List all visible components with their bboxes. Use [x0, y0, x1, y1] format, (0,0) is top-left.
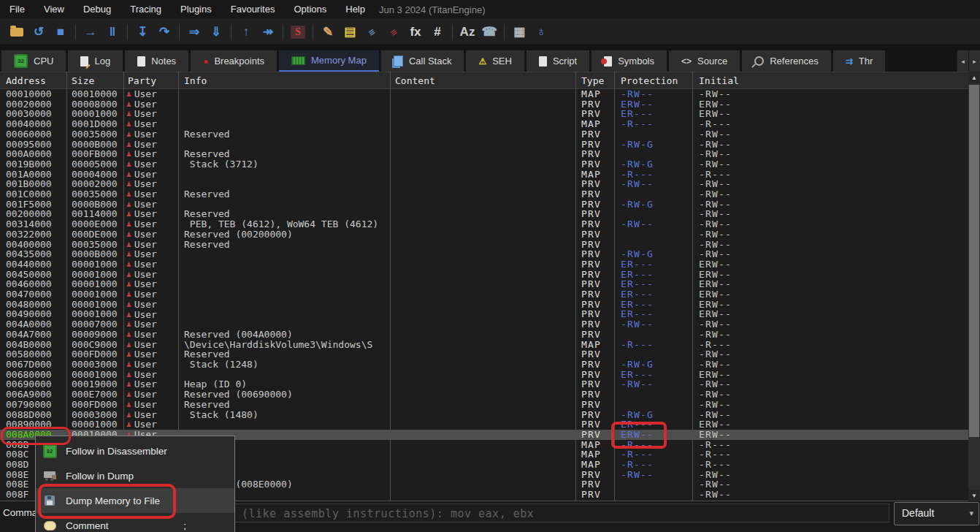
- tab-thr[interactable]: ⇉Thr: [833, 50, 886, 72]
- menu-item-comment[interactable]: Comment;: [36, 513, 234, 532]
- table-row[interactable]: 0006000000035000♟UserReservedPRV-RW--: [0, 129, 968, 140]
- tab-references[interactable]: References: [742, 50, 830, 72]
- menu-item-plugins[interactable]: Plugins: [171, 0, 221, 19]
- table-row[interactable]: 00322000000DE000♟UserReserved (00200000)…: [0, 229, 968, 240]
- tab-symbols[interactable]: Symbols: [592, 50, 667, 72]
- table-row[interactable]: 004A000000007000♟UserPRV-RW---RW--: [0, 319, 968, 330]
- tab-memory-map[interactable]: Memory Map: [279, 50, 379, 72]
- table-row[interactable]: 000950000000B000♟UserPRV-RW-G-RW--: [0, 140, 968, 150]
- column-header-initial[interactable]: Initial: [692, 75, 968, 86]
- cell-protection: -R---: [614, 449, 692, 460]
- table-row[interactable]: 001C000000035000♟UserReservedPRV-RW--: [0, 189, 968, 200]
- menu-item-help[interactable]: Help: [336, 0, 375, 19]
- tab-cpu[interactable]: 32CPU: [1, 50, 66, 72]
- column-header-party[interactable]: Party: [123, 75, 178, 86]
- menu-item-follow-in-dump[interactable]: Follow in Dump: [36, 463, 234, 488]
- menu-item-file[interactable]: File: [0, 0, 34, 19]
- toolbar-step-over-icon[interactable]: ↷: [153, 22, 175, 42]
- menu-item-view[interactable]: View: [34, 0, 74, 19]
- table-row[interactable]: 003140000000E000♟User PEB, TEB (4612), W…: [0, 219, 968, 229]
- profile-dropdown[interactable]: Default ▾: [894, 502, 979, 525]
- table-row[interactable]: 001B000000002000♟UserPRV-RW---RW--: [0, 179, 968, 189]
- tab-script[interactable]: Script: [527, 50, 589, 72]
- table-row[interactable]: 0045000000001000♟UserPRVER---ERW--: [0, 270, 968, 280]
- toolbar-globe-icon[interactable]: ♁: [530, 22, 552, 42]
- table-row[interactable]: 0067D00000003000♟User Stack (1248)PRV-RW…: [0, 360, 968, 370]
- table-row[interactable]: 00790000000FD000♟UserReservedPRV-RW--: [0, 400, 968, 410]
- table-row[interactable]: 001A000000004000♟UserMAP-R----R---: [0, 170, 968, 180]
- toolbar-stop-icon[interactable]: ■: [50, 22, 72, 42]
- tab-seh[interactable]: ⚠SEH: [466, 50, 524, 72]
- toolbar-calculator-icon[interactable]: ▦: [508, 22, 530, 42]
- column-header-content[interactable]: Content: [390, 75, 575, 86]
- scroll-down-icon[interactable]: ▼: [968, 490, 980, 501]
- toolbar-restart-icon[interactable]: ↺: [28, 22, 50, 42]
- toolbar-hash-icon[interactable]: #: [426, 22, 448, 42]
- column-header-type[interactable]: Type: [575, 75, 614, 86]
- table-row[interactable]: 006A9000000E7000♟UserReserved (00690000)…: [0, 390, 968, 400]
- column-header-address[interactable]: Address: [0, 75, 66, 86]
- table-row[interactable]: 0001000000010000♟UserMAP-RW---RW--: [0, 89, 968, 99]
- table-row[interactable]: 0047000000001000♟UserPRVER---ERW--: [0, 289, 968, 300]
- scrollbar-thumb[interactable]: [969, 85, 979, 437]
- toolbar-comment-icon[interactable]: ▤: [339, 22, 361, 42]
- table-row[interactable]: 0049000000001000♟UserPRVER---ERW--: [0, 309, 968, 319]
- table-row[interactable]: 0019B00000005000♟User Stack (3712)PRV-RW…: [0, 159, 968, 170]
- toolbar-step-into-icon[interactable]: ↧: [131, 22, 153, 42]
- table-row[interactable]: 004350000000B000♟UserPRV-RW-G-RW--: [0, 249, 968, 259]
- column-header-info[interactable]: Info: [178, 75, 390, 86]
- toolbar-run-to-user-code-icon[interactable]: ↠: [257, 22, 279, 42]
- tab-log[interactable]: Log: [68, 50, 123, 72]
- cell-content: [390, 219, 575, 229]
- table-row[interactable]: 004B0000000C9000♟User\Device\HarddiskVol…: [0, 340, 968, 350]
- toolbar-separator: [283, 24, 283, 40]
- table-row[interactable]: 0089000000001000♟UserPRVER---ERW--: [0, 419, 968, 430]
- tab-breakpoints[interactable]: ●Breakpoints: [191, 50, 277, 72]
- table-row[interactable]: 00580000000FD000♟UserReservedPRV-RW--: [0, 349, 968, 360]
- tab-notes[interactable]: Notes: [125, 50, 188, 72]
- toolbar-label-icon[interactable]: ≡: [361, 22, 383, 42]
- table-row[interactable]: 0046000000001000♟UserPRVER---ERW--: [0, 279, 968, 289]
- table-row[interactable]: 0068000000001000♟UserPRVER---ERW--: [0, 370, 968, 380]
- menu-item-debug[interactable]: Debug: [74, 0, 120, 19]
- menu-item-options[interactable]: Options: [284, 0, 336, 19]
- toolbar-pause-icon[interactable]: ‖: [102, 22, 123, 42]
- vertical-scrollbar[interactable]: ▲ ▼: [968, 72, 980, 501]
- memory-map-header-row[interactable]: AddressSizePartyInfoContentTypeProtectio…: [0, 72, 968, 89]
- table-row[interactable]: 0040000000035000♟UserReservedPRV-RW--: [0, 240, 968, 250]
- tab-scroll-left-icon[interactable]: ◂: [957, 50, 968, 72]
- table-row[interactable]: 0003000000001000♟UserPRVER---ERW--: [0, 109, 968, 119]
- menu-item-tracing[interactable]: Tracing: [120, 0, 171, 19]
- table-row[interactable]: 001F50000000B000♟UserPRV-RW-G-RW--: [0, 200, 968, 210]
- toolbar-case-icon[interactable]: Az: [456, 22, 478, 42]
- table-row[interactable]: 0044000000001000♟UserPRVER---ERW--: [0, 259, 968, 270]
- column-header-protection[interactable]: Protection: [614, 75, 692, 86]
- table-row[interactable]: 0048000000001000♟UserPRVER---ERW--: [0, 300, 968, 310]
- menu-item-favourites[interactable]: Favourites: [221, 0, 285, 19]
- column-header-size[interactable]: Size: [66, 75, 123, 86]
- cell-content: [390, 390, 575, 400]
- menu-item-follow-in-disassembler[interactable]: 32Follow in Disassembler: [36, 438, 234, 463]
- toolbar-scylla-icon[interactable]: S: [287, 22, 309, 42]
- scroll-up-icon[interactable]: ▲: [968, 72, 980, 83]
- table-row[interactable]: 0020000000114000♟UserReservedPRV-RW--: [0, 209, 968, 219]
- toolbar-bookmark-icon[interactable]: ≡: [383, 22, 405, 42]
- menu-item-dump-memory-to-file[interactable]: Dump Memory to File: [36, 488, 234, 513]
- toolbar-function-icon[interactable]: fx: [405, 22, 426, 42]
- toolbar-step-out-icon[interactable]: ↑: [235, 22, 257, 42]
- toolbar-trace-over-icon[interactable]: ⇒: [183, 22, 205, 42]
- table-row[interactable]: 000A0000000FB000♟UserReservedPRV-RW--: [0, 149, 968, 159]
- toolbar-attach-icon[interactable]: ☎: [478, 22, 500, 42]
- toolbar-trace-into-icon[interactable]: ⇓: [205, 22, 227, 42]
- toolbar-run-icon[interactable]: →: [80, 22, 102, 42]
- tab-source[interactable]: <>Source: [669, 50, 740, 72]
- tab-call-stack[interactable]: Call Stack: [381, 50, 464, 72]
- table-row[interactable]: 000400000001D000♟UserMAP-R----R---: [0, 119, 968, 129]
- table-row[interactable]: 004A700000009000♟UserReserved (004A0000)…: [0, 330, 968, 340]
- table-row[interactable]: 0088D00000003000♟User Stack (1480)PRV-RW…: [0, 410, 968, 420]
- tab-scroll-right-icon[interactable]: ▸: [968, 50, 980, 72]
- table-row[interactable]: 0002000000008000♟UserPRVERW--ERW--: [0, 99, 968, 110]
- toolbar-patch-icon[interactable]: ✎: [317, 22, 339, 42]
- toolbar-open-file-icon[interactable]: [6, 22, 28, 42]
- table-row[interactable]: 0069000000019000♟UserHeap (ID 0)PRV-RW--…: [0, 379, 968, 390]
